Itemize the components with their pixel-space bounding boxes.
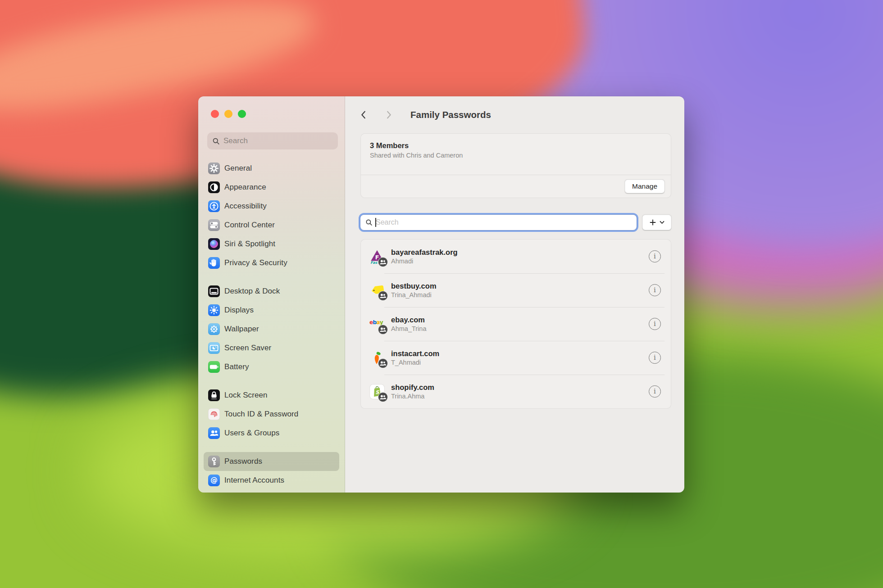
sidebar-item-lock-screen[interactable]: Lock Screen xyxy=(204,386,339,405)
sidebar-item-label: Siri & Spotlight xyxy=(224,240,275,249)
lock-screen-icon xyxy=(208,389,220,401)
sidebar-item-general[interactable]: General xyxy=(204,159,339,178)
members-shared-with: Shared with Chris and Cameron xyxy=(370,152,662,159)
password-row-text: ebay.comAhma_Trina xyxy=(391,316,649,332)
sidebar-item-label: General xyxy=(224,164,252,173)
password-site: instacart.com xyxy=(391,349,649,358)
info-button[interactable]: i xyxy=(649,318,661,330)
sidebar-item-label: Lock Screen xyxy=(224,391,268,400)
sidebar-item-label: Displays xyxy=(224,306,254,315)
siri-icon xyxy=(208,238,220,250)
info-button[interactable]: i xyxy=(649,284,661,296)
battery-icon xyxy=(208,361,220,373)
members-summary: 3 Members Shared with Chris and Cameron xyxy=(361,134,671,175)
shared-badge-icon xyxy=(378,358,388,368)
sidebar-item-displays[interactable]: Displays xyxy=(204,301,339,320)
traffic-lights xyxy=(211,110,246,118)
sidebar-item-label: Internet Accounts xyxy=(224,476,284,485)
password-row-text: instacart.comT_Ahmadi xyxy=(391,349,649,366)
members-count: 3 Members xyxy=(370,141,662,150)
main-pane: Family Passwords 3 Members Shared with C… xyxy=(345,96,684,493)
sidebar-item-accessibility[interactable]: Accessibility xyxy=(204,197,339,216)
sidebar-item-label: Accessibility xyxy=(224,202,267,211)
password-username: Ahmadi xyxy=(391,258,649,265)
sidebar-item-appearance[interactable]: Appearance xyxy=(204,178,339,197)
password-site: shopify.com xyxy=(391,383,649,392)
sidebar-item-battery[interactable]: Battery xyxy=(204,357,339,376)
sidebar-item-screen-saver[interactable]: Screen Saver xyxy=(204,339,339,357)
screen-saver-icon xyxy=(208,342,220,354)
password-list: F FasT bayareafastrak.orgAhmadii bestbuy… xyxy=(360,239,671,409)
sidebar-search-input[interactable] xyxy=(223,136,333,145)
members-card: 3 Members Shared with Chris and Cameron … xyxy=(360,133,671,198)
zoom-button[interactable] xyxy=(238,110,246,118)
search-icon xyxy=(365,218,373,226)
back-button[interactable] xyxy=(357,109,370,121)
password-row-bestbuy-com[interactable]: bestbuy.comTrina_Ahmadii xyxy=(361,273,671,307)
passwords-key-icon xyxy=(208,456,220,467)
svg-text:@: @ xyxy=(210,476,218,484)
info-button[interactable]: i xyxy=(649,352,661,364)
ebay-favicon: ebay xyxy=(369,316,385,332)
sidebar-item-label: Control Center xyxy=(224,221,275,230)
sidebar-item-label: Appearance xyxy=(224,183,266,192)
plus-icon xyxy=(650,219,656,226)
password-row-instacart-com[interactable]: instacart.comT_Ahmadii xyxy=(361,341,671,375)
page-title: Family Passwords xyxy=(410,109,491,120)
sidebar-item-desktop-dock[interactable]: Desktop & Dock xyxy=(204,282,339,301)
shared-badge-icon xyxy=(378,325,388,335)
sidebar-item-privacy-security[interactable]: Privacy & Security xyxy=(204,253,339,272)
sidebar-item-label: Wallpaper xyxy=(224,325,259,334)
passwords-search-input[interactable] xyxy=(376,218,632,226)
sidebar-item-touch-id-password[interactable]: Touch ID & Password xyxy=(204,405,339,424)
minimize-button[interactable] xyxy=(224,110,232,118)
gear-icon xyxy=(208,163,220,174)
sidebar-item-internet-accounts[interactable]: @Internet Accounts xyxy=(204,471,339,490)
appearance-icon xyxy=(208,181,220,193)
manage-button[interactable]: Manage xyxy=(625,180,665,193)
password-username: Trina_Ahmadi xyxy=(391,291,649,299)
password-site: bayareafastrak.org xyxy=(391,248,649,257)
sidebar-group: Lock Screen Touch ID & Password Users & … xyxy=(204,386,339,443)
sidebar-item-label: Passwords xyxy=(224,457,262,466)
sidebar-nav: General Appearance Accessibility Control… xyxy=(204,159,339,493)
control-center-icon xyxy=(208,219,220,231)
bestbuy-favicon xyxy=(369,282,385,299)
members-actions: Manage xyxy=(361,175,671,198)
sidebar-item-passwords[interactable]: Passwords xyxy=(204,452,339,471)
sidebar-search-field[interactable] xyxy=(207,132,338,149)
sidebar-item-label: Screen Saver xyxy=(224,344,271,353)
search-icon xyxy=(212,137,220,145)
shopify-favicon: S xyxy=(369,384,385,400)
forward-button[interactable] xyxy=(382,109,395,121)
internet-accounts-icon: @ xyxy=(208,475,220,486)
sidebar: General Appearance Accessibility Control… xyxy=(198,96,345,493)
shared-badge-icon xyxy=(378,392,388,402)
password-row-shopify-com[interactable]: S shopify.comTrina.Ahmai xyxy=(361,375,671,408)
sidebar-item-label: Desktop & Dock xyxy=(224,287,280,296)
password-site: bestbuy.com xyxy=(391,282,649,290)
sidebar-item-control-center[interactable]: Control Center xyxy=(204,216,339,235)
chevron-left-icon xyxy=(359,110,368,120)
password-row-bayareafastrak-org[interactable]: F FasT bayareafastrak.orgAhmadii xyxy=(361,240,671,273)
sidebar-item-label: Privacy & Security xyxy=(224,258,287,267)
fastrak-favicon: F FasT xyxy=(369,249,385,265)
touch-id-icon xyxy=(208,408,220,420)
sidebar-item-users-groups[interactable]: Users & Groups xyxy=(204,424,339,443)
wallpaper-icon xyxy=(208,323,220,335)
close-button[interactable] xyxy=(211,110,219,118)
password-site: ebay.com xyxy=(391,316,649,324)
sidebar-group: Passwords@Internet Accounts xyxy=(204,452,339,490)
password-row-ebay-com[interactable]: ebay ebay.comAhma_Trinai xyxy=(361,307,671,341)
sidebar-item-label: Touch ID & Password xyxy=(224,410,298,419)
sidebar-item-siri-spotlight[interactable]: Siri & Spotlight xyxy=(204,235,339,253)
password-username: T_Ahmadi xyxy=(391,359,649,366)
passwords-search-field[interactable] xyxy=(360,215,637,230)
sidebar-item-wallpaper[interactable]: Wallpaper xyxy=(204,320,339,339)
passwords-toolbar xyxy=(360,215,671,230)
add-password-button[interactable] xyxy=(642,215,671,230)
info-button[interactable]: i xyxy=(649,250,661,262)
sidebar-item-label: Users & Groups xyxy=(224,429,279,438)
info-button[interactable]: i xyxy=(649,385,661,398)
shared-badge-icon xyxy=(378,257,388,267)
